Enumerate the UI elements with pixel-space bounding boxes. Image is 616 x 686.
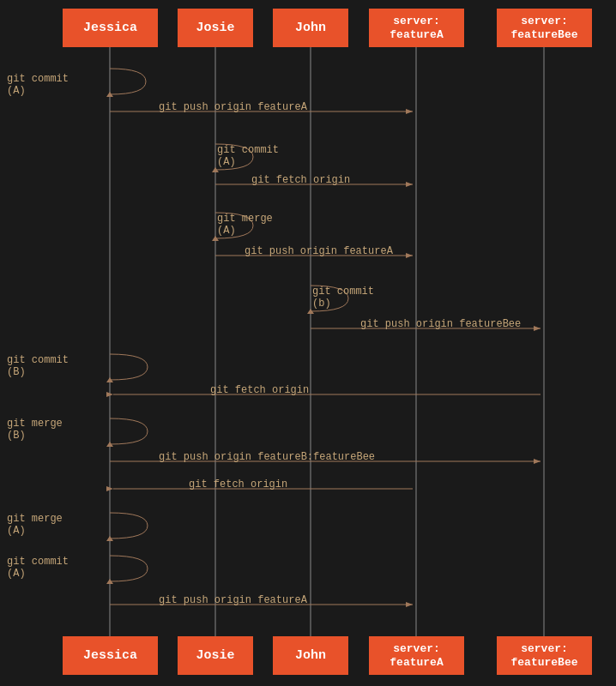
svg-marker-9 [106, 579, 113, 584]
label-john-push-featureBee: git push origin featureBee [360, 318, 521, 330]
self-loop-jessica-commit-a2 [110, 556, 148, 581]
label-josie-fetch-origin: git fetch origin [251, 174, 350, 186]
sequence-diagram: git commit(A) git push origin featureA g… [0, 0, 616, 686]
actor-john-bottom: John [273, 636, 348, 675]
svg-marker-2 [106, 92, 113, 97]
svg-marker-8 [106, 536, 113, 541]
label-josie-commit-a: git commit(A) [217, 144, 279, 168]
label-josie-merge-a: git merge(A) [217, 213, 273, 237]
diagram-svg [0, 0, 616, 686]
actor-jessica-bottom: Jessica [63, 636, 158, 675]
label-jessica-commit-b: git commit(B) [7, 354, 69, 378]
actor-jessica-top: Jessica [63, 9, 158, 47]
label-big-fetch-origin: git fetch origin [210, 384, 309, 396]
actor-serverBee-bottom: server:featureBee [497, 636, 592, 675]
label-jessica-push-featureA2: git push origin featureA [159, 594, 307, 606]
label-jessica-push-featureBee: git push origin featureB:featureBee [159, 451, 375, 463]
actor-josie-top: Josie [178, 9, 253, 47]
self-loop-jessica-merge-b [110, 418, 148, 444]
label-jessica-push-featureA: git push origin featureA [159, 101, 307, 113]
actor-serverBee-top: server:featureBee [497, 9, 592, 47]
actor-serverA-bottom: server:featureA [369, 636, 464, 675]
label-josie-push-featureA: git push origin featureA [245, 245, 393, 257]
label-jessica-merge-b: git merge(B) [7, 418, 63, 442]
label-jessica-commit-a2: git commit(A) [7, 556, 69, 580]
label-jessica-commit-a: git commit(A) [7, 73, 69, 97]
svg-marker-6 [106, 377, 113, 382]
actor-serverA-top: server:featureA [369, 9, 464, 47]
svg-marker-7 [106, 442, 113, 447]
self-loop-jessica-commit-a [110, 69, 146, 94]
label-john-commit-b: git commit(b) [312, 286, 374, 310]
label-jessica-merge-a: git merge(A) [7, 513, 63, 537]
actor-john-top: John [273, 9, 348, 47]
actor-josie-bottom: Josie [178, 636, 253, 675]
self-loop-jessica-commit-b [110, 354, 148, 380]
label-fetch-origin2: git fetch origin [189, 478, 287, 490]
self-loop-jessica-merge-a [110, 513, 148, 539]
